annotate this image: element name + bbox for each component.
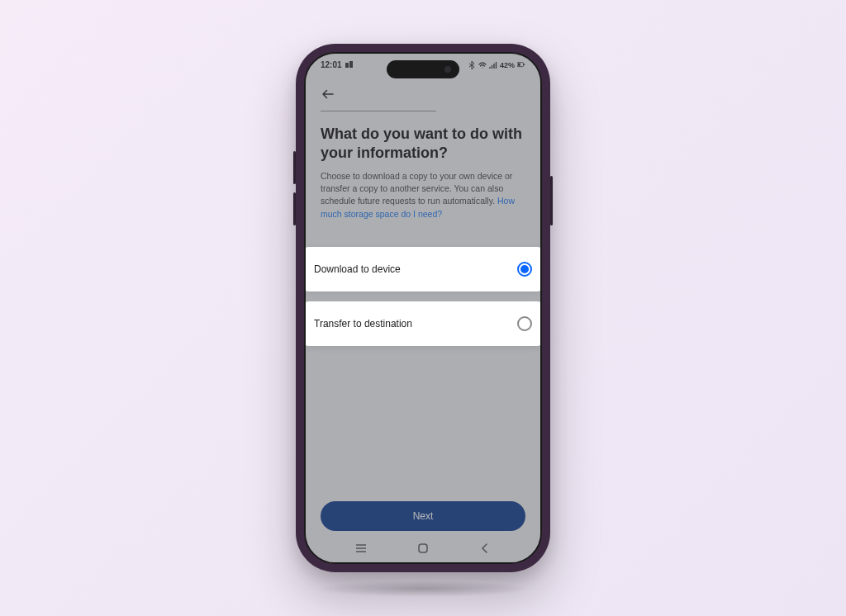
option-transfer-to-destination[interactable]: Transfer to destination [304, 301, 542, 346]
screen: 12:01 42% [304, 52, 542, 564]
svg-rect-8 [419, 544, 427, 552]
option-download-to-device[interactable]: Download to device [304, 247, 542, 291]
power-button[interactable] [550, 176, 553, 225]
nav-back-button[interactable] [477, 543, 493, 554]
options-group: Download to device Transfer to destinati… [304, 239, 542, 367]
option-label: Transfer to destination [314, 318, 412, 329]
battery-percent: 42% [500, 61, 515, 69]
svg-rect-1 [349, 61, 353, 68]
description-text: Choose to download a copy to your own de… [321, 171, 512, 206]
option-label: Download to device [314, 263, 401, 275]
android-nav-bar [306, 539, 540, 557]
content-area: What do you want to do with your informa… [306, 73, 540, 220]
svg-rect-0 [345, 63, 349, 68]
volume-up-button[interactable] [293, 151, 296, 184]
radio-unselected-icon [517, 316, 532, 331]
footer: Next [321, 501, 525, 531]
back-button[interactable] [321, 84, 340, 104]
nav-home-button[interactable] [415, 543, 431, 554]
wifi-icon [478, 61, 487, 69]
radio-selected-icon [517, 262, 532, 277]
battery-icon [517, 61, 525, 69]
page-title: What do you want to do with your informa… [321, 125, 525, 162]
volume-down-button[interactable] [293, 192, 296, 225]
svg-rect-3 [518, 63, 520, 65]
page-description: Choose to download a copy to your own de… [321, 170, 525, 220]
arrow-left-icon [321, 87, 335, 102]
nav-recent-button[interactable] [353, 543, 369, 554]
signal-icon [489, 61, 497, 69]
notification-icon [345, 61, 354, 69]
divider [321, 111, 436, 111]
svg-rect-4 [524, 64, 525, 65]
status-time: 12:01 [321, 60, 342, 69]
bluetooth-icon [468, 61, 476, 69]
notch [387, 60, 459, 78]
phone-frame: 12:01 42% [296, 44, 550, 572]
next-button[interactable]: Next [321, 501, 525, 531]
